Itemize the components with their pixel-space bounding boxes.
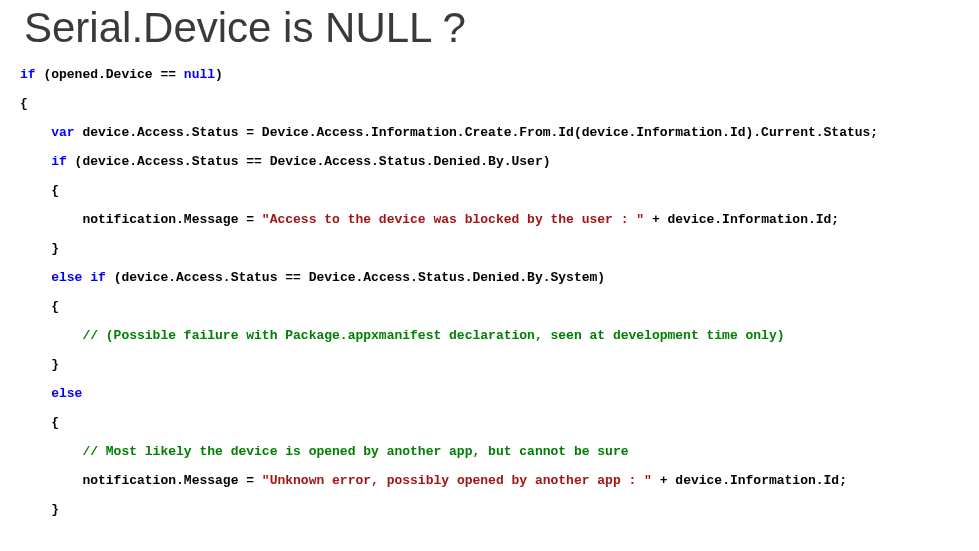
slide-title: Serial.Device is NULL ? bbox=[0, 0, 979, 60]
string-literal: "Unknown error, possibly opened by anoth… bbox=[262, 473, 652, 488]
code-line: else if (device.Access.Status == Device.… bbox=[20, 263, 959, 292]
code-line: notification.Message = "Access to the de… bbox=[20, 205, 959, 234]
code-line: } bbox=[20, 234, 959, 263]
code-text: notification.Message = bbox=[20, 473, 262, 488]
keyword-if: if bbox=[20, 154, 67, 169]
code-text: + device.Information.Id; bbox=[652, 473, 847, 488]
code-block: if (opened.Device == null) { var device.… bbox=[0, 60, 979, 524]
code-text: (device.Access.Status == Device.Access.S… bbox=[67, 154, 551, 169]
string-literal: "Access to the device was blocked by the… bbox=[262, 212, 644, 227]
code-line: else bbox=[20, 379, 959, 408]
keyword-if: if bbox=[90, 270, 106, 285]
code-line: } bbox=[20, 350, 959, 379]
keyword-else: else bbox=[20, 386, 82, 401]
code-text: (device.Access.Status == Device.Access.S… bbox=[106, 270, 605, 285]
code-text: notification.Message = bbox=[20, 212, 262, 227]
code-line: // Most likely the device is opened by a… bbox=[20, 437, 959, 466]
code-line: if (opened.Device == null) bbox=[20, 60, 959, 89]
code-line: { bbox=[20, 176, 959, 205]
comment: // Most likely the device is opened by a… bbox=[20, 444, 629, 459]
keyword-null: null bbox=[184, 67, 215, 82]
code-line: notification.Message = "Unknown error, p… bbox=[20, 466, 959, 495]
keyword-if: if bbox=[20, 67, 36, 82]
code-line: { bbox=[20, 408, 959, 437]
code-line: } bbox=[20, 495, 959, 524]
code-text: ) bbox=[215, 67, 223, 82]
code-line: { bbox=[20, 292, 959, 321]
keyword-var: var bbox=[20, 125, 75, 140]
code-text: device.Access.Status = Device.Access.Inf… bbox=[75, 125, 879, 140]
comment: // (Possible failure with Package.appxma… bbox=[20, 328, 785, 343]
code-text: + device.Information.Id; bbox=[644, 212, 839, 227]
code-line: { bbox=[20, 89, 959, 118]
keyword-else: else bbox=[20, 270, 82, 285]
code-line: var device.Access.Status = Device.Access… bbox=[20, 118, 959, 147]
code-line: if (device.Access.Status == Device.Acces… bbox=[20, 147, 959, 176]
code-line: // (Possible failure with Package.appxma… bbox=[20, 321, 959, 350]
code-text: (opened.Device == bbox=[36, 67, 184, 82]
